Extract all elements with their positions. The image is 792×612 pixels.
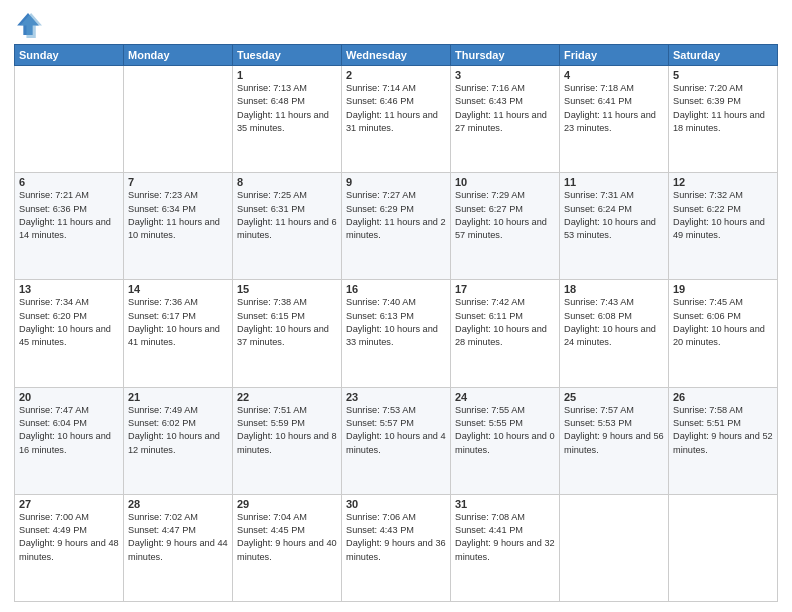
day-number: 4 [564,69,664,81]
daylight-text: Daylight: 9 hours and 32 minutes. [455,538,555,561]
sunrise-text: Sunrise: 7:04 AM [237,512,307,522]
day-info: Sunrise: 7:51 AM Sunset: 5:59 PM Dayligh… [237,404,337,457]
daylight-text: Daylight: 9 hours and 44 minutes. [128,538,228,561]
daylight-text: Daylight: 11 hours and 10 minutes. [128,217,220,240]
day-cell: 31 Sunrise: 7:08 AM Sunset: 4:41 PM Dayl… [451,494,560,601]
sunset-text: Sunset: 6:46 PM [346,96,414,106]
day-number: 7 [128,176,228,188]
day-number: 10 [455,176,555,188]
daylight-text: Daylight: 9 hours and 36 minutes. [346,538,446,561]
day-info: Sunrise: 7:49 AM Sunset: 6:02 PM Dayligh… [128,404,228,457]
day-info: Sunrise: 7:38 AM Sunset: 6:15 PM Dayligh… [237,296,337,349]
day-info: Sunrise: 7:00 AM Sunset: 4:49 PM Dayligh… [19,511,119,564]
sunset-text: Sunset: 5:55 PM [455,418,523,428]
sunset-text: Sunset: 4:47 PM [128,525,196,535]
day-info: Sunrise: 7:02 AM Sunset: 4:47 PM Dayligh… [128,511,228,564]
daylight-text: Daylight: 10 hours and 12 minutes. [128,431,220,454]
day-number: 24 [455,391,555,403]
sunset-text: Sunset: 4:41 PM [455,525,523,535]
week-row-2: 6 Sunrise: 7:21 AM Sunset: 6:36 PM Dayli… [15,173,778,280]
daylight-text: Daylight: 9 hours and 56 minutes. [564,431,664,454]
day-number: 21 [128,391,228,403]
day-info: Sunrise: 7:47 AM Sunset: 6:04 PM Dayligh… [19,404,119,457]
day-number: 25 [564,391,664,403]
day-number: 15 [237,283,337,295]
day-number: 11 [564,176,664,188]
day-info: Sunrise: 7:18 AM Sunset: 6:41 PM Dayligh… [564,82,664,135]
sunset-text: Sunset: 6:27 PM [455,204,523,214]
day-number: 8 [237,176,337,188]
sunrise-text: Sunrise: 7:29 AM [455,190,525,200]
day-info: Sunrise: 7:20 AM Sunset: 6:39 PM Dayligh… [673,82,773,135]
sunset-text: Sunset: 4:49 PM [19,525,87,535]
weekday-header-tuesday: Tuesday [233,45,342,66]
day-number: 6 [19,176,119,188]
day-info: Sunrise: 7:27 AM Sunset: 6:29 PM Dayligh… [346,189,446,242]
sunset-text: Sunset: 5:53 PM [564,418,632,428]
sunrise-text: Sunrise: 7:02 AM [128,512,198,522]
daylight-text: Daylight: 10 hours and 8 minutes. [237,431,337,454]
day-cell: 23 Sunrise: 7:53 AM Sunset: 5:57 PM Dayl… [342,387,451,494]
weekday-header-wednesday: Wednesday [342,45,451,66]
day-cell: 16 Sunrise: 7:40 AM Sunset: 6:13 PM Dayl… [342,280,451,387]
daylight-text: Daylight: 10 hours and 0 minutes. [455,431,555,454]
sunset-text: Sunset: 6:20 PM [19,311,87,321]
header [14,10,778,38]
daylight-text: Daylight: 11 hours and 18 minutes. [673,110,765,133]
day-cell: 21 Sunrise: 7:49 AM Sunset: 6:02 PM Dayl… [124,387,233,494]
sunset-text: Sunset: 6:11 PM [455,311,523,321]
sunrise-text: Sunrise: 7:13 AM [237,83,307,93]
sunrise-text: Sunrise: 7:32 AM [673,190,743,200]
sunset-text: Sunset: 4:43 PM [346,525,414,535]
daylight-text: Daylight: 10 hours and 57 minutes. [455,217,547,240]
day-cell: 13 Sunrise: 7:34 AM Sunset: 6:20 PM Dayl… [15,280,124,387]
day-cell: 19 Sunrise: 7:45 AM Sunset: 6:06 PM Dayl… [669,280,778,387]
day-info: Sunrise: 7:40 AM Sunset: 6:13 PM Dayligh… [346,296,446,349]
daylight-text: Daylight: 10 hours and 4 minutes. [346,431,446,454]
sunrise-text: Sunrise: 7:34 AM [19,297,89,307]
daylight-text: Daylight: 10 hours and 33 minutes. [346,324,438,347]
day-info: Sunrise: 7:14 AM Sunset: 6:46 PM Dayligh… [346,82,446,135]
day-cell: 4 Sunrise: 7:18 AM Sunset: 6:41 PM Dayli… [560,66,669,173]
day-number: 16 [346,283,446,295]
day-cell: 20 Sunrise: 7:47 AM Sunset: 6:04 PM Dayl… [15,387,124,494]
day-info: Sunrise: 7:32 AM Sunset: 6:22 PM Dayligh… [673,189,773,242]
day-number: 26 [673,391,773,403]
day-info: Sunrise: 7:04 AM Sunset: 4:45 PM Dayligh… [237,511,337,564]
sunrise-text: Sunrise: 7:49 AM [128,405,198,415]
day-number: 13 [19,283,119,295]
day-cell [15,66,124,173]
day-info: Sunrise: 7:45 AM Sunset: 6:06 PM Dayligh… [673,296,773,349]
daylight-text: Daylight: 11 hours and 23 minutes. [564,110,656,133]
week-row-3: 13 Sunrise: 7:34 AM Sunset: 6:20 PM Dayl… [15,280,778,387]
weekday-header-thursday: Thursday [451,45,560,66]
day-info: Sunrise: 7:25 AM Sunset: 6:31 PM Dayligh… [237,189,337,242]
week-row-4: 20 Sunrise: 7:47 AM Sunset: 6:04 PM Dayl… [15,387,778,494]
day-number: 3 [455,69,555,81]
sunset-text: Sunset: 6:39 PM [673,96,741,106]
day-cell: 18 Sunrise: 7:43 AM Sunset: 6:08 PM Dayl… [560,280,669,387]
day-cell: 12 Sunrise: 7:32 AM Sunset: 6:22 PM Dayl… [669,173,778,280]
sunrise-text: Sunrise: 7:36 AM [128,297,198,307]
daylight-text: Daylight: 11 hours and 14 minutes. [19,217,111,240]
sunrise-text: Sunrise: 7:23 AM [128,190,198,200]
sunset-text: Sunset: 6:06 PM [673,311,741,321]
day-info: Sunrise: 7:06 AM Sunset: 4:43 PM Dayligh… [346,511,446,564]
day-info: Sunrise: 7:43 AM Sunset: 6:08 PM Dayligh… [564,296,664,349]
daylight-text: Daylight: 11 hours and 27 minutes. [455,110,547,133]
sunset-text: Sunset: 6:24 PM [564,204,632,214]
day-cell: 15 Sunrise: 7:38 AM Sunset: 6:15 PM Dayl… [233,280,342,387]
day-number: 31 [455,498,555,510]
day-cell: 27 Sunrise: 7:00 AM Sunset: 4:49 PM Dayl… [15,494,124,601]
daylight-text: Daylight: 10 hours and 49 minutes. [673,217,765,240]
weekday-header-saturday: Saturday [669,45,778,66]
sunrise-text: Sunrise: 7:20 AM [673,83,743,93]
page: SundayMondayTuesdayWednesdayThursdayFrid… [0,0,792,612]
sunset-text: Sunset: 6:17 PM [128,311,196,321]
day-cell: 6 Sunrise: 7:21 AM Sunset: 6:36 PM Dayli… [15,173,124,280]
sunrise-text: Sunrise: 7:06 AM [346,512,416,522]
day-number: 1 [237,69,337,81]
sunset-text: Sunset: 6:15 PM [237,311,305,321]
day-info: Sunrise: 7:53 AM Sunset: 5:57 PM Dayligh… [346,404,446,457]
sunset-text: Sunset: 5:51 PM [673,418,741,428]
